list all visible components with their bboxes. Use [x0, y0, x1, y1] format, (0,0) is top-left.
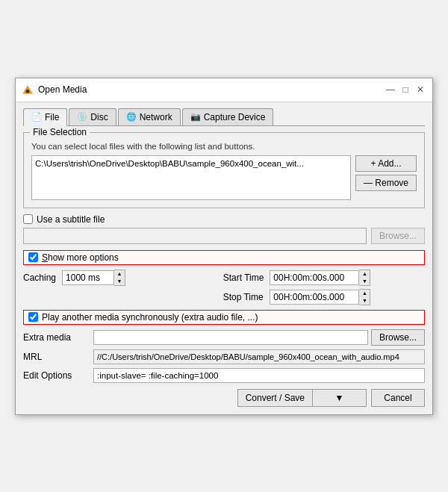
edit-options-row: Edit Options: [23, 368, 425, 383]
play-sync-checkbox-label[interactable]: Play another media synchronously (extra …: [28, 312, 258, 323]
maximize-button[interactable]: □: [399, 84, 411, 96]
tab-network[interactable]: 🌐 Network: [118, 108, 181, 125]
window-controls: — □ ✕: [385, 84, 426, 96]
caching-spin: ▲ ▼: [62, 270, 217, 286]
edit-options-input[interactable]: [93, 368, 425, 383]
file-tab-icon: 📄: [31, 112, 42, 122]
svg-rect-2: [25, 91, 29, 92]
tab-disc-label: Disc: [90, 112, 108, 122]
add-button[interactable]: + Add...: [355, 155, 417, 172]
start-time-input[interactable]: [270, 270, 359, 285]
extra-media-row: Extra media Browse...: [23, 329, 425, 346]
stop-time-input[interactable]: [270, 290, 359, 305]
caching-up-button[interactable]: ▲: [114, 270, 125, 278]
file-buttons: + Add... — Remove: [355, 155, 417, 191]
subtitle-row: Use a subtitle file: [23, 214, 425, 225]
start-time-spin-buttons: ▲ ▼: [359, 270, 370, 286]
stop-time-spin-buttons: ▲ ▼: [359, 289, 370, 305]
subtitle-label-text: Use a subtitle file: [37, 214, 105, 225]
stop-time-down-button[interactable]: ▼: [359, 297, 370, 305]
start-time-down-button[interactable]: ▼: [359, 278, 370, 285]
subtitle-checkbox[interactable]: [23, 214, 33, 224]
convert-arrow-icon: ▼: [335, 393, 344, 403]
start-time-label: Start Time: [223, 273, 264, 283]
file-list-box[interactable]: C:\Users\trish\OneDrive\Desktop\BABU\sam…: [31, 155, 351, 200]
convert-save-group: Convert / Save ▼: [237, 389, 367, 407]
subtitle-input[interactable]: [23, 228, 367, 244]
subtitle-browse-button[interactable]: Browse...: [371, 228, 425, 244]
subtitle-input-row: Browse...: [23, 228, 425, 244]
minimize-button[interactable]: —: [385, 84, 396, 96]
caching-down-button[interactable]: ▼: [114, 278, 125, 285]
edit-options-label: Edit Options: [23, 370, 90, 381]
file-list-area: C:\Users\trish\OneDrive\Desktop\BABU\sam…: [31, 155, 417, 200]
remove-button[interactable]: — Remove: [355, 175, 417, 191]
title-bar: Open Media — □ ✕: [16, 78, 432, 102]
tab-file-label: File: [45, 112, 59, 122]
open-media-window: Open Media — □ ✕ 📄 File 💿 Disc 🌐 Network…: [15, 78, 433, 415]
file-path: C:\Users\trish\OneDrive\Desktop\BABU\sam…: [35, 159, 304, 168]
network-tab-icon: 🌐: [126, 112, 137, 122]
show-more-checkbox-label[interactable]: Show more options: [28, 252, 119, 263]
play-sync-checkbox[interactable]: [28, 312, 38, 322]
disc-tab-icon: 💿: [77, 112, 87, 122]
convert-save-label: Convert / Save: [246, 393, 305, 403]
vlc-icon: [22, 84, 34, 96]
show-more-label-text: Show more options: [42, 252, 119, 263]
caching-spin-buttons: ▲ ▼: [114, 270, 125, 286]
stop-time-label: Stop Time: [223, 292, 264, 302]
tab-disc[interactable]: 💿 Disc: [69, 108, 116, 125]
tab-capture[interactable]: 📷 Capture Device: [182, 108, 274, 125]
caching-input[interactable]: [62, 270, 114, 285]
show-more-row: Show more options: [23, 250, 425, 265]
subtitle-checkbox-label[interactable]: Use a subtitle file: [23, 214, 105, 225]
extra-media-browse-button[interactable]: Browse...: [371, 329, 425, 346]
stop-time-spin: ▲ ▼: [270, 289, 425, 305]
mrl-row: MRL //C:/Users/trish/OneDrive/Desktop/BA…: [23, 349, 425, 364]
tab-bar: 📄 File 💿 Disc 🌐 Network 📷 Capture Device: [23, 108, 425, 126]
window-title: Open Media: [38, 84, 385, 95]
play-sync-label-text: Play another media synchronously (extra …: [42, 312, 258, 323]
capture-tab-icon: 📷: [190, 112, 201, 122]
stop-time-up-button[interactable]: ▲: [359, 290, 370, 297]
start-time-up-button[interactable]: ▲: [359, 270, 370, 278]
convert-save-arrow-button[interactable]: ▼: [313, 389, 367, 407]
caching-label: Caching: [23, 273, 56, 283]
show-more-checkbox[interactable]: [28, 252, 38, 262]
tab-capture-label: Capture Device: [204, 112, 266, 122]
extra-media-label: Extra media: [23, 332, 90, 343]
convert-save-button[interactable]: Convert / Save: [237, 389, 313, 407]
tab-file[interactable]: 📄 File: [23, 108, 67, 126]
window-body: 📄 File 💿 Disc 🌐 Network 📷 Capture Device…: [16, 102, 432, 414]
mrl-value: //C:/Users/trish/OneDrive/Desktop/BABU/s…: [93, 349, 425, 364]
file-selection-desc: You can select local files with the foll…: [31, 142, 417, 151]
extra-media-input[interactable]: [93, 330, 368, 345]
file-selection-legend: File Selection: [30, 127, 90, 137]
play-sync-row: Play another media synchronously (extra …: [23, 310, 425, 325]
close-button[interactable]: ✕: [414, 84, 426, 96]
cancel-button[interactable]: Cancel: [371, 389, 425, 407]
options-grid: Caching ▲ ▼ Start Time ▲ ▼ Stop Time: [23, 270, 425, 305]
tab-network-label: Network: [140, 112, 172, 122]
file-selection-group: File Selection You can select local file…: [23, 132, 425, 208]
start-time-spin: ▲ ▼: [270, 270, 425, 286]
bottom-buttons: Convert / Save ▼ Cancel: [23, 389, 425, 407]
mrl-label: MRL: [23, 352, 90, 362]
